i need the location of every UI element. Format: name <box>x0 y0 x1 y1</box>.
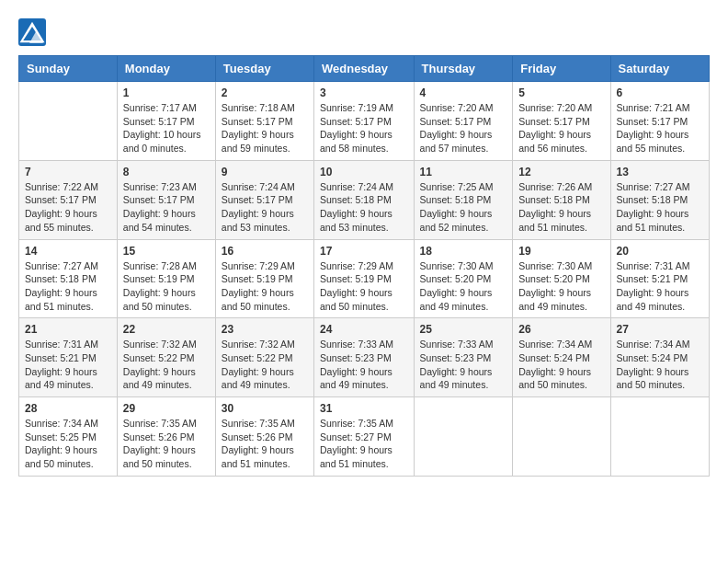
day-info: Sunrise: 7:23 AM Sunset: 5:17 PM Dayligh… <box>123 180 210 235</box>
day-info: Sunrise: 7:19 AM Sunset: 5:17 PM Dayligh… <box>320 101 408 155</box>
day-info: Sunrise: 7:34 AM Sunset: 5:25 PM Dayligh… <box>25 417 111 471</box>
day-info: Sunrise: 7:32 AM Sunset: 5:22 PM Dayligh… <box>222 338 308 392</box>
day-info: Sunrise: 7:25 AM Sunset: 5:18 PM Dayligh… <box>420 180 507 235</box>
day-number: 3 <box>320 86 408 99</box>
day-number: 28 <box>25 402 111 415</box>
day-number: 14 <box>25 245 111 258</box>
calendar-week-row: 7Sunrise: 7:22 AM Sunset: 5:17 PM Daylig… <box>19 160 710 239</box>
day-number: 18 <box>420 245 507 258</box>
day-number: 25 <box>420 323 507 336</box>
day-number: 19 <box>518 245 604 258</box>
calendar-cell: 31Sunrise: 7:35 AM Sunset: 5:27 PM Dayli… <box>314 397 415 477</box>
calendar-cell <box>513 397 610 477</box>
weekday-header: Saturday <box>610 56 709 82</box>
calendar-cell: 22Sunrise: 7:32 AM Sunset: 5:22 PM Dayli… <box>117 318 215 397</box>
calendar-cell: 4Sunrise: 7:20 AM Sunset: 5:17 PM Daylig… <box>414 82 513 161</box>
weekday-header: Monday <box>117 56 215 82</box>
calendar-cell <box>414 397 513 477</box>
calendar-cell <box>19 82 118 161</box>
header-row: SundayMondayTuesdayWednesdayThursdayFrid… <box>19 56 710 82</box>
day-info: Sunrise: 7:24 AM Sunset: 5:17 PM Dayligh… <box>222 180 308 235</box>
day-info: Sunrise: 7:35 AM Sunset: 5:27 PM Dayligh… <box>320 417 408 471</box>
day-info: Sunrise: 7:33 AM Sunset: 5:23 PM Dayligh… <box>420 338 507 392</box>
day-info: Sunrise: 7:29 AM Sunset: 5:19 PM Dayligh… <box>222 259 308 314</box>
logo <box>18 18 50 46</box>
day-number: 9 <box>222 166 308 178</box>
day-number: 2 <box>222 86 308 99</box>
page-header <box>18 18 710 46</box>
day-info: Sunrise: 7:32 AM Sunset: 5:22 PM Dayligh… <box>123 338 210 392</box>
day-info: Sunrise: 7:31 AM Sunset: 5:21 PM Dayligh… <box>25 338 111 392</box>
day-number: 6 <box>617 86 703 99</box>
calendar-cell: 18Sunrise: 7:30 AM Sunset: 5:20 PM Dayli… <box>414 239 513 318</box>
day-info: Sunrise: 7:18 AM Sunset: 5:17 PM Dayligh… <box>222 101 308 155</box>
calendar-cell: 3Sunrise: 7:19 AM Sunset: 5:17 PM Daylig… <box>314 82 415 161</box>
day-info: Sunrise: 7:30 AM Sunset: 5:20 PM Dayligh… <box>420 259 507 314</box>
day-number: 11 <box>420 166 507 178</box>
calendar-cell: 13Sunrise: 7:27 AM Sunset: 5:18 PM Dayli… <box>610 160 709 239</box>
day-info: Sunrise: 7:35 AM Sunset: 5:26 PM Dayligh… <box>222 417 308 471</box>
day-number: 31 <box>320 402 408 415</box>
weekday-header: Wednesday <box>314 56 415 82</box>
calendar-cell: 19Sunrise: 7:30 AM Sunset: 5:20 PM Dayli… <box>513 239 610 318</box>
calendar-cell: 29Sunrise: 7:35 AM Sunset: 5:26 PM Dayli… <box>117 397 215 477</box>
day-number: 5 <box>518 86 604 99</box>
calendar-cell: 24Sunrise: 7:33 AM Sunset: 5:23 PM Dayli… <box>314 318 415 397</box>
calendar-cell: 30Sunrise: 7:35 AM Sunset: 5:26 PM Dayli… <box>215 397 313 477</box>
day-info: Sunrise: 7:34 AM Sunset: 5:24 PM Dayligh… <box>518 338 604 392</box>
day-number: 12 <box>518 166 604 178</box>
day-info: Sunrise: 7:22 AM Sunset: 5:17 PM Dayligh… <box>25 180 111 235</box>
calendar-cell: 17Sunrise: 7:29 AM Sunset: 5:19 PM Dayli… <box>314 239 415 318</box>
weekday-header: Tuesday <box>215 56 313 82</box>
day-number: 22 <box>123 323 210 336</box>
day-number: 27 <box>617 323 703 336</box>
weekday-header: Thursday <box>414 56 513 82</box>
day-number: 7 <box>25 166 111 178</box>
logo-icon <box>18 18 46 46</box>
day-info: Sunrise: 7:33 AM Sunset: 5:23 PM Dayligh… <box>320 338 408 392</box>
day-number: 24 <box>320 323 408 336</box>
calendar-week-row: 1Sunrise: 7:17 AM Sunset: 5:17 PM Daylig… <box>19 82 710 161</box>
calendar-cell: 11Sunrise: 7:25 AM Sunset: 5:18 PM Dayli… <box>414 160 513 239</box>
day-number: 8 <box>123 166 210 178</box>
calendar-cell: 5Sunrise: 7:20 AM Sunset: 5:17 PM Daylig… <box>513 82 610 161</box>
calendar-week-row: 28Sunrise: 7:34 AM Sunset: 5:25 PM Dayli… <box>19 397 710 477</box>
calendar-week-row: 21Sunrise: 7:31 AM Sunset: 5:21 PM Dayli… <box>19 318 710 397</box>
day-info: Sunrise: 7:17 AM Sunset: 5:17 PM Dayligh… <box>123 101 210 155</box>
calendar-table: SundayMondayTuesdayWednesdayThursdayFrid… <box>18 55 710 477</box>
day-number: 16 <box>222 245 308 258</box>
day-info: Sunrise: 7:27 AM Sunset: 5:18 PM Dayligh… <box>25 259 111 314</box>
calendar-cell: 26Sunrise: 7:34 AM Sunset: 5:24 PM Dayli… <box>513 318 610 397</box>
calendar-cell: 8Sunrise: 7:23 AM Sunset: 5:17 PM Daylig… <box>117 160 215 239</box>
calendar-week-row: 14Sunrise: 7:27 AM Sunset: 5:18 PM Dayli… <box>19 239 710 318</box>
calendar-cell: 6Sunrise: 7:21 AM Sunset: 5:17 PM Daylig… <box>610 82 709 161</box>
day-info: Sunrise: 7:34 AM Sunset: 5:24 PM Dayligh… <box>617 338 703 392</box>
day-number: 30 <box>222 402 308 415</box>
day-number: 1 <box>123 86 210 99</box>
calendar-cell: 2Sunrise: 7:18 AM Sunset: 5:17 PM Daylig… <box>215 82 313 161</box>
weekday-header: Friday <box>513 56 610 82</box>
day-info: Sunrise: 7:27 AM Sunset: 5:18 PM Dayligh… <box>617 180 703 235</box>
calendar-cell: 15Sunrise: 7:28 AM Sunset: 5:19 PM Dayli… <box>117 239 215 318</box>
calendar-cell: 23Sunrise: 7:32 AM Sunset: 5:22 PM Dayli… <box>215 318 313 397</box>
calendar-cell: 21Sunrise: 7:31 AM Sunset: 5:21 PM Dayli… <box>19 318 118 397</box>
day-info: Sunrise: 7:20 AM Sunset: 5:17 PM Dayligh… <box>518 101 604 155</box>
calendar-header: SundayMondayTuesdayWednesdayThursdayFrid… <box>19 56 710 82</box>
calendar-cell: 9Sunrise: 7:24 AM Sunset: 5:17 PM Daylig… <box>215 160 313 239</box>
day-number: 26 <box>518 323 604 336</box>
day-number: 20 <box>617 245 703 258</box>
day-info: Sunrise: 7:31 AM Sunset: 5:21 PM Dayligh… <box>617 259 703 314</box>
day-info: Sunrise: 7:35 AM Sunset: 5:26 PM Dayligh… <box>123 417 210 471</box>
day-number: 23 <box>222 323 308 336</box>
calendar-cell: 1Sunrise: 7:17 AM Sunset: 5:17 PM Daylig… <box>117 82 215 161</box>
calendar-cell: 28Sunrise: 7:34 AM Sunset: 5:25 PM Dayli… <box>19 397 118 477</box>
calendar-cell: 10Sunrise: 7:24 AM Sunset: 5:18 PM Dayli… <box>314 160 415 239</box>
day-number: 15 <box>123 245 210 258</box>
calendar-cell: 25Sunrise: 7:33 AM Sunset: 5:23 PM Dayli… <box>414 318 513 397</box>
calendar-cell: 7Sunrise: 7:22 AM Sunset: 5:17 PM Daylig… <box>19 160 118 239</box>
calendar-cell: 27Sunrise: 7:34 AM Sunset: 5:24 PM Dayli… <box>610 318 709 397</box>
day-info: Sunrise: 7:21 AM Sunset: 5:17 PM Dayligh… <box>617 101 703 155</box>
day-info: Sunrise: 7:24 AM Sunset: 5:18 PM Dayligh… <box>320 180 408 235</box>
day-info: Sunrise: 7:30 AM Sunset: 5:20 PM Dayligh… <box>518 259 604 314</box>
day-number: 21 <box>25 323 111 336</box>
